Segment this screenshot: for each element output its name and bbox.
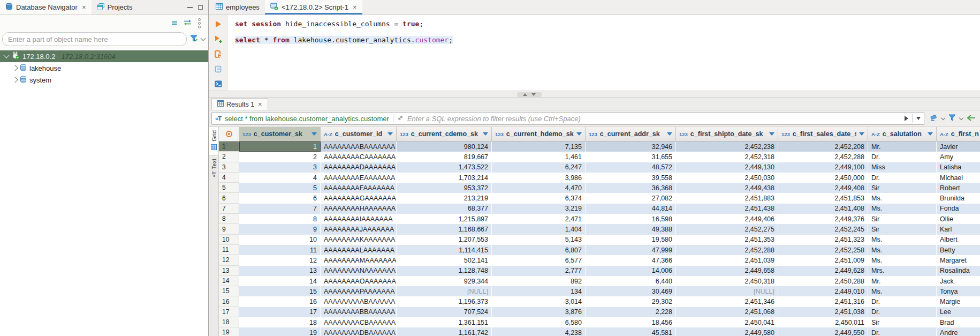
tab-employees[interactable]: employees [210,0,265,14]
grid-cell[interactable]: 2,449,100 [778,162,868,173]
minimize-panel-icon[interactable] [531,93,536,96]
grid-cell[interactable]: 45,581 [586,327,676,336]
grid-cell[interactable]: AAAAAAAACBAAAAAA [321,317,397,327]
grid-cell[interactable]: 2,452,208 [778,141,868,152]
grid-cell[interactable]: 19,580 [586,235,676,245]
row-number[interactable]: 11 [219,245,239,255]
apply-filter-icon[interactable] [905,116,908,121]
grid-cell[interactable]: 1,128,748 [397,266,492,276]
grid-cell[interactable]: 213,219 [397,193,492,203]
grid-cell[interactable]: 2,450,288 [778,276,868,286]
column-header-c_first_shipto_date_sk[interactable]: 123c_first_shipto_date_sk [676,127,778,141]
grid-cell[interactable]: 6,374 [492,193,586,203]
row-number[interactable]: 1 [219,141,239,152]
grid-cell[interactable]: 2,449,130 [676,162,778,173]
chevron-down-icon[interactable] [201,36,206,41]
grid-cell[interactable]: 1,461 [492,152,586,162]
grid-cell[interactable]: 3,014 [492,296,586,307]
grid-cell[interactable]: 2,452,318 [676,152,778,162]
grid-cell[interactable]: Dr. [868,152,937,162]
grid-cell[interactable]: 134 [492,286,586,296]
row-number[interactable]: 3 [219,162,239,173]
maximize-panel-icon[interactable] [523,93,527,96]
grid-cell[interactable]: 6 [239,193,321,203]
grid-cell[interactable]: AAAAAAAADAAAAAAA [321,162,397,173]
grid-cell[interactable]: 29,302 [586,296,676,307]
filters-menu-icon[interactable] [948,114,956,123]
grid-cell[interactable]: 18,456 [586,317,676,327]
grid-cell[interactable]: 49,388 [586,224,676,234]
grid-cell[interactable]: 929,344 [397,276,492,286]
grid-cell[interactable]: 2,471 [492,214,586,224]
column-filter-arrow-icon[interactable] [576,132,582,136]
expand-filter-icon[interactable] [397,115,404,123]
grid-cell[interactable]: AAAAAAAAJAAAAAAA [321,224,397,234]
grid-cell[interactable]: 3,219 [492,204,586,214]
grid-cell[interactable]: Michael [937,173,980,183]
grid-cell[interactable]: 2,451,883 [676,193,778,203]
grid-cell[interactable]: 2,450,000 [778,173,868,183]
grid-cell[interactable]: Ms. [868,193,937,203]
grid-cell[interactable]: 2,449,550 [778,327,868,336]
link-with-editor-icon[interactable] [184,19,192,27]
grid-cell[interactable]: 2,451,408 [778,204,868,214]
grid-cell[interactable]: 10 [239,235,321,245]
grid-cell[interactable]: 2 [239,152,321,162]
grid-cell[interactable]: Dr. [868,173,937,183]
grid-cell[interactable]: 2,451,038 [778,307,868,317]
row-number[interactable]: 12 [219,255,239,265]
grid-cell[interactable]: 1,361,151 [397,317,492,327]
grid-cell[interactable]: 6,807 [492,245,586,255]
grid-cell[interactable]: Margie [937,296,980,307]
grid-cell[interactable]: Ms. [868,235,937,245]
column-filter-arrow-icon[interactable] [667,132,672,136]
expander-closed-icon[interactable] [12,65,18,71]
grid-cell[interactable]: 2,452,238 [676,141,778,152]
column-header-c_customer_sk[interactable]: 123c_customer_sk [239,127,321,141]
grid-cell[interactable]: 980,124 [397,141,492,152]
grid-cell[interactable]: AAAAAAAALAAAAAAA [321,245,397,255]
grid-cell[interactable]: Dr. [868,307,937,317]
grid-cell[interactable]: 48,572 [586,162,676,173]
grid-cell[interactable]: AAAAAAAAABAAAAAA [321,296,397,307]
grid-cell[interactable]: Margaret [937,255,980,265]
grid-cell[interactable]: 2,449,580 [676,327,778,336]
row-number[interactable]: 14 [219,276,239,286]
grid-cell[interactable]: 14 [239,276,321,286]
sql-code-line[interactable] [235,28,980,36]
column-header-c_current_addr_sk[interactable]: 123c_current_addr_sk [586,127,676,141]
grid-cell[interactable]: AAAAAAAAIAAAAAAA [321,214,397,224]
close-icon[interactable]: × [82,3,86,11]
grid-corner-record-toggle[interactable] [219,127,239,141]
grid-cell[interactable]: 2,451,039 [676,255,778,265]
grid-cell[interactable]: 1,404 [492,224,586,234]
grid-cell[interactable]: 18 [239,317,321,327]
grid-cell[interactable]: 4,470 [492,183,586,193]
grid-cell[interactable]: 2,450,318 [676,276,778,286]
grid-cell[interactable]: AAAAAAAACAAAAAAA [321,152,397,162]
grid-cell[interactable]: Mr. [868,141,937,152]
grid-cell[interactable]: 2,228 [586,307,676,317]
grid-cell[interactable]: 2,451,853 [778,193,868,203]
grid-cell[interactable]: 953,372 [397,183,492,193]
grid-cell[interactable]: Sir [868,214,937,224]
minimize-icon[interactable] [187,7,193,8]
grid-cell[interactable]: 2,452,275 [676,224,778,234]
grid-cell[interactable]: 1,168,667 [397,224,492,234]
grid-cell[interactable]: 3 [239,162,321,173]
grid-cell[interactable]: 44,814 [586,204,676,214]
grid-cell[interactable]: Andre [937,327,980,336]
grid-cell[interactable]: 1,161,742 [397,327,492,336]
tree-item-system[interactable]: system [0,74,208,86]
grid-cell[interactable]: 2,777 [492,266,586,276]
grid-cell[interactable]: 6,580 [492,317,586,327]
grid-cell[interactable]: Ollie [937,214,980,224]
column-header-c_customer_id[interactable]: A-Zc_customer_id [321,127,397,141]
tree-item-connection[interactable]: 172.18.0.2 172.18.0.2:31604 [0,50,208,62]
grid-cell[interactable]: 4,238 [492,327,586,336]
expander-open-icon[interactable] [3,52,9,58]
row-number[interactable]: 6 [219,193,239,203]
grid-cell[interactable]: 1,473,522 [397,162,492,173]
grid-cell[interactable]: 1,196,373 [397,296,492,307]
collapse-all-icon[interactable] [172,21,177,25]
